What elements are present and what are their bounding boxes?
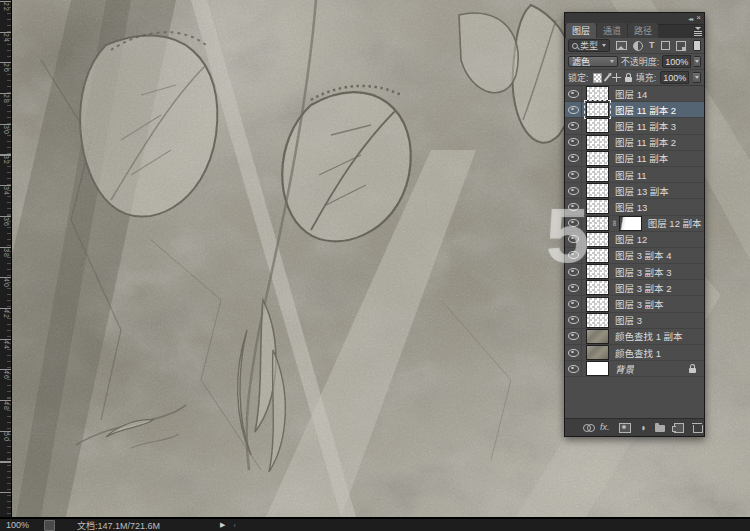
filter-toggle-switch[interactable] [693,40,701,51]
layer-thumbnail[interactable] [586,280,609,295]
mask-link-icon[interactable]: ∞ [610,220,618,226]
visibility-toggle[interactable] [565,313,582,328]
status-options-arrow[interactable]: ▶ [220,521,225,529]
layer-name[interactable]: 图层 11 副本 [615,151,668,165]
layer-thumbnail[interactable] [586,199,609,214]
layer-thumbnail[interactable] [586,118,609,133]
new-layer-icon[interactable] [674,423,684,433]
layer-row[interactable]: 图层 3 [565,313,704,329]
lock-pixels-brush-icon[interactable] [604,74,611,81]
layer-thumbnail[interactable] [586,345,609,360]
layer-name[interactable]: 图层 11 副本 2 [615,135,676,149]
visibility-toggle[interactable] [565,232,582,247]
layer-row[interactable]: 图层 11 副本 3 [565,118,704,134]
layer-mask-thumbnail[interactable] [619,216,642,231]
visibility-toggle[interactable] [565,86,582,101]
lock-all-icon[interactable] [625,77,632,82]
layer-thumbnail[interactable] [586,264,609,279]
filter-type-select[interactable]: 类型 [568,39,610,52]
layer-thumbnail[interactable] [586,216,609,231]
layer-row[interactable]: 图层 3 副本 [565,296,704,312]
layer-thumbnail[interactable] [586,297,609,312]
layer-row[interactable]: ∞ 图层 12 副本 [565,216,704,232]
visibility-toggle[interactable] [565,151,582,166]
adjustment-layer-filter-icon[interactable] [633,41,643,51]
layer-name[interactable]: 图层 3 [615,313,642,327]
layer-name[interactable]: 图层 12 副本 [648,216,702,230]
visibility-toggle[interactable] [565,329,582,344]
pixel-layer-filter-icon[interactable] [616,41,627,50]
visibility-toggle[interactable] [565,102,582,117]
visibility-toggle[interactable] [565,345,582,360]
visibility-toggle[interactable] [565,167,582,182]
layer-thumbnail[interactable] [586,248,609,263]
layer-name[interactable]: 图层 11 副本 2 [615,103,676,117]
layer-name[interactable]: 图层 3 副本 [615,297,664,311]
layer-thumbnail[interactable] [586,135,609,150]
panel-menu-icon[interactable] [694,27,702,36]
link-layers-icon[interactable] [583,424,591,432]
layer-row[interactable]: 图层 13 副本 [565,183,704,199]
blend-mode-select[interactable]: 滤色 [568,56,618,67]
layer-row[interactable]: 图层 3 副本 4 [565,248,704,264]
opacity-dropdown-button[interactable] [694,56,701,67]
visibility-toggle[interactable] [565,264,582,279]
layer-thumbnail[interactable] [586,329,609,344]
layer-name[interactable]: 图层 3 副本 2 [615,281,672,295]
layer-name[interactable]: 图层 14 [615,87,647,101]
layer-name[interactable]: 图层 3 副本 4 [615,248,672,262]
layer-row[interactable]: 颜色查找 1 [565,345,704,361]
layer-thumbnail[interactable] [586,102,609,117]
tab-channels[interactable]: 通道 [597,23,627,38]
lock-transparency-icon[interactable] [593,73,603,83]
layer-row[interactable]: 图层 11 副本 [565,151,704,167]
visibility-toggle[interactable] [565,216,582,231]
layer-thumbnail[interactable] [586,86,609,101]
layer-thumbnail[interactable] [586,151,609,166]
adjustment-layer-icon[interactable]: ◑ [640,423,646,433]
type-layer-filter-icon[interactable]: T [649,41,655,50]
layer-name[interactable]: 颜色查找 1 副本 [615,329,683,343]
visibility-toggle[interactable] [565,118,582,133]
layer-name[interactable]: 图层 13 副本 [615,184,669,198]
layer-row[interactable]: 图层 3 副本 3 [565,264,704,280]
layer-row[interactable]: 图层 11 副本 2 [565,102,704,118]
smart-object-filter-icon[interactable] [676,41,686,51]
visibility-toggle[interactable] [565,296,582,311]
layer-thumbnail[interactable] [586,183,609,198]
visibility-toggle[interactable] [565,361,582,376]
delete-layer-icon[interactable] [693,425,703,433]
layer-name[interactable]: 图层 12 [615,232,647,246]
new-group-icon[interactable] [655,425,665,432]
tab-paths[interactable]: 路径 [628,23,658,38]
layer-style-fx-icon[interactable]: fx. [600,423,610,432]
layer-name[interactable]: 图层 3 副本 3 [615,265,672,279]
layer-row[interactable]: 图层 12 [565,232,704,248]
lock-position-icon[interactable] [612,73,621,82]
visibility-toggle[interactable] [565,135,582,150]
layer-row[interactable]: 图层 11 [565,167,704,183]
collapse-panel-icon[interactable]: ◂◂ [688,16,692,22]
layer-name[interactable]: 背景 [615,362,634,376]
visibility-toggle[interactable] [565,280,582,295]
layer-row[interactable]: 图层 14 [565,86,704,102]
add-mask-icon[interactable] [619,423,631,433]
visibility-toggle[interactable] [565,248,582,263]
layer-name[interactable]: 图层 13 [615,200,647,214]
layer-thumbnail[interactable] [586,313,609,328]
fill-value-field[interactable]: 100% [660,71,689,84]
tab-layers[interactable]: 图层 [566,23,596,38]
layer-thumbnail[interactable] [586,232,609,247]
layer-thumbnail[interactable] [586,167,609,182]
layer-name[interactable]: 图层 11 [615,168,647,182]
vertical-ruler[interactable]: 222426283032343638404244464850 [0,0,12,517]
layer-row[interactable]: 背景 [565,361,704,377]
layer-thumbnail[interactable] [586,361,609,376]
fill-dropdown-button[interactable] [693,72,701,83]
layer-row[interactable]: 图层 13 [565,199,704,215]
layer-name[interactable]: 图层 11 副本 3 [615,119,676,133]
opacity-value-field[interactable]: 100% [662,55,691,68]
shape-layer-filter-icon[interactable] [661,41,670,50]
close-panel-icon[interactable]: × [696,14,701,22]
layer-name[interactable]: 颜色查找 1 [615,346,661,360]
